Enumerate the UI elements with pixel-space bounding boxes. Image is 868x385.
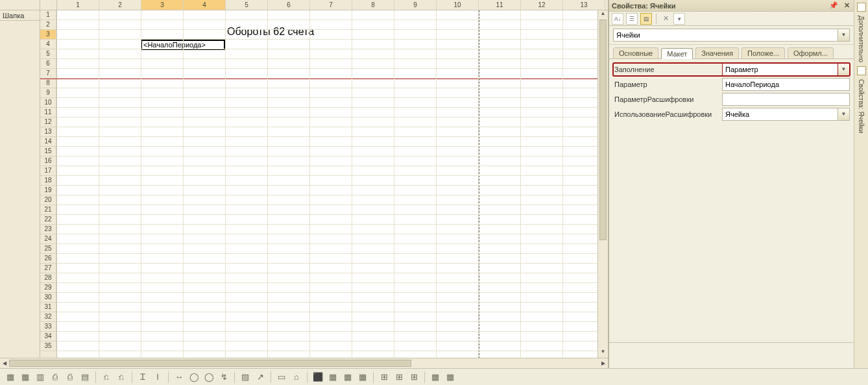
row-header-29[interactable]: 29 — [40, 283, 56, 293]
prop-value-dparam[interactable] — [722, 93, 850, 106]
toolbar-icon-4[interactable]: ⎙ — [64, 371, 77, 384]
prop-value-param[interactable]: НачалоПериода — [722, 78, 850, 91]
categorize-icon[interactable]: ☰ — [626, 13, 638, 25]
toolbar-icon-2[interactable]: ▥ — [34, 371, 47, 384]
toolbar-icon-12[interactable]: ◯ — [202, 371, 215, 384]
rail-icon-properties[interactable] — [857, 66, 866, 75]
col-header-8[interactable]: 8 — [352, 0, 394, 10]
row-header-2[interactable]: 2 — [40, 20, 56, 30]
toolbar-icon-18[interactable]: ⬛ — [311, 371, 324, 384]
scroll-down-icon[interactable]: ▼ — [598, 349, 608, 358]
prop-value-fill[interactable]: Параметр — [722, 63, 838, 76]
col-header-7[interactable]: 7 — [310, 0, 352, 10]
select-all-corner[interactable] — [40, 0, 57, 10]
toolbar-icon-20[interactable]: ▦ — [341, 371, 354, 384]
toolbar-icon-24[interactable]: ⊞ — [407, 371, 420, 384]
scroll-thumb-v[interactable] — [599, 19, 607, 240]
cell-area[interactable]: Обороты 62 счета <НачалоПериода> — [57, 10, 608, 368]
cell-title-text[interactable]: Обороты 62 счета — [227, 26, 314, 38]
col-header-10[interactable]: 10 — [437, 0, 479, 10]
col-header-6[interactable]: 6 — [268, 0, 310, 10]
row-header-21[interactable]: 21 — [40, 205, 56, 215]
row-header-10[interactable]: 10 — [40, 98, 56, 108]
col-header-5[interactable]: 5 — [226, 0, 268, 10]
col-header-12[interactable]: 12 — [521, 0, 563, 10]
row-header-28[interactable]: 28 — [40, 273, 56, 283]
row-header-1[interactable]: 1 — [40, 10, 56, 20]
col-header-13[interactable]: 13 — [563, 0, 605, 10]
rail-icon-additional[interactable] — [857, 3, 866, 12]
toolbar-icon-8[interactable]: Ꮖ — [136, 371, 149, 384]
toolbar-icon-16[interactable]: ▭ — [275, 371, 288, 384]
dropdown-icon[interactable]: ▾ — [673, 13, 685, 25]
toolbar-icon-14[interactable]: ▨ — [239, 371, 252, 384]
chevron-down-icon[interactable]: ▼ — [838, 108, 850, 121]
row-header-31[interactable]: 31 — [40, 303, 56, 312]
rail-label-properties[interactable]: Свойства: Ячейки — [858, 79, 865, 133]
row-header-30[interactable]: 30 — [40, 293, 56, 303]
row-header-17[interactable]: 17 — [40, 166, 56, 176]
close-icon[interactable]: ✕ — [842, 1, 851, 10]
toolbar-icon-5[interactable]: ▤ — [78, 371, 91, 384]
rail-label-additional[interactable]: Дополнительно — [858, 16, 865, 62]
tab-main[interactable]: Основные — [613, 47, 658, 58]
tab-format[interactable]: Оформл... — [788, 47, 834, 58]
row-header-12[interactable]: 12 — [40, 118, 56, 127]
toolbar-icon-21[interactable]: ▦ — [356, 371, 369, 384]
col-header-11[interactable]: 11 — [479, 0, 521, 10]
toolbar-icon-25[interactable]: ▦ — [429, 371, 442, 384]
col-header-4[interactable]: 4 — [184, 0, 226, 10]
col-header-9[interactable]: 9 — [394, 0, 437, 10]
toolbar-icon-7[interactable]: ⎌ — [115, 371, 128, 384]
toolbar-icon-22[interactable]: ⊞ — [378, 371, 391, 384]
toolbar-icon-0[interactable]: ▦ — [4, 371, 17, 384]
scroll-right-icon[interactable]: ▶ — [599, 358, 608, 368]
row-header-16[interactable]: 16 — [40, 156, 56, 166]
row-header-22[interactable]: 22 — [40, 215, 56, 225]
chevron-down-icon[interactable]: ▼ — [838, 29, 850, 42]
column-headers[interactable]: 12345678910111213 — [40, 0, 608, 10]
tab-values[interactable]: Значения — [695, 47, 739, 58]
row-header-32[interactable]: 32 — [40, 312, 56, 322]
show-props-icon[interactable]: ▤ — [640, 13, 652, 25]
toolbar-icon-13[interactable]: ↯ — [217, 371, 230, 384]
row-header-14[interactable]: 14 — [40, 137, 56, 147]
toolbar-icon-26[interactable]: ▦ — [444, 371, 457, 384]
row-header-9[interactable]: 9 — [40, 88, 56, 98]
vertical-scrollbar[interactable]: ▲ ▼ — [597, 10, 608, 358]
row-header-5[interactable]: 5 — [40, 49, 56, 59]
pin-icon[interactable]: 📌 — [829, 1, 838, 10]
sort-az-icon[interactable]: A↓ — [612, 13, 623, 25]
row-header-6[interactable]: 6 — [40, 59, 56, 69]
row-header-33[interactable]: 33 — [40, 322, 56, 332]
toolbar-icon-3[interactable]: ⎙ — [49, 371, 62, 384]
row-header-4[interactable]: 4 — [40, 40, 56, 49]
row-header-3[interactable]: 3 — [40, 30, 56, 40]
row-header-19[interactable]: 19 — [40, 186, 56, 195]
object-type-field[interactable]: Ячейки — [613, 29, 838, 42]
row-header-25[interactable]: 25 — [40, 244, 56, 254]
scroll-left-icon[interactable]: ◀ — [0, 358, 9, 368]
toolbar-icon-11[interactable]: ◯ — [187, 371, 200, 384]
toolbar-icon-17[interactable]: ⌂ — [290, 371, 303, 384]
toolbar-icon-23[interactable]: ⊞ — [392, 371, 405, 384]
scroll-up-icon[interactable]: ▲ — [598, 10, 608, 19]
row-header-15[interactable]: 15 — [40, 147, 56, 156]
col-header-3[interactable]: 3 — [141, 0, 184, 10]
row-header-26[interactable]: 26 — [40, 254, 56, 264]
row-header-8[interactable]: 8 — [40, 79, 56, 88]
row-header-27[interactable]: 27 — [40, 264, 56, 273]
spreadsheet[interactable]: Шапка 12345678910111213 1234567891011121… — [0, 0, 609, 368]
row-header-18[interactable]: 18 — [40, 176, 56, 186]
toolbar-icon-6[interactable]: ⎌ — [100, 371, 113, 384]
col-header-2[interactable]: 2 — [99, 0, 141, 10]
chevron-down-icon[interactable]: ▼ — [838, 63, 850, 76]
toolbar-icon-9[interactable]: I — [151, 371, 164, 384]
row-header-34[interactable]: 34 — [40, 332, 56, 342]
row-headers[interactable]: 1234567891011121314151617181920212223242… — [40, 10, 57, 368]
row-header-20[interactable]: 20 — [40, 195, 56, 205]
toolbar-icon-15[interactable]: ↗ — [254, 371, 267, 384]
row-header-7[interactable]: 7 — [40, 69, 56, 79]
row-header-35[interactable]: 35 — [40, 342, 56, 351]
row-header-13[interactable]: 13 — [40, 127, 56, 137]
